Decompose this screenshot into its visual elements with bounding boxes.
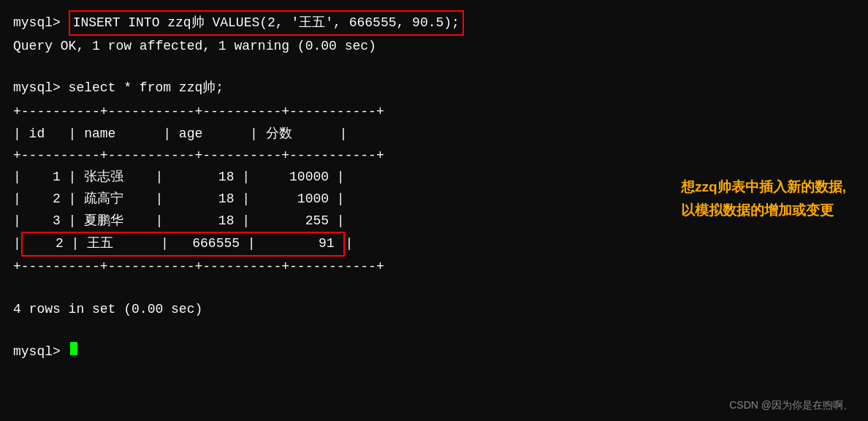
prompt-1: mysql> xyxy=(13,12,69,34)
cursor xyxy=(70,342,77,355)
table-border-mid: +----------+-----------+----------+-----… xyxy=(13,145,855,167)
row-count-text: 4 rows in set (0.00 sec) xyxy=(13,299,202,320)
table-border-top: +----------+-----------+----------+-----… xyxy=(13,102,855,124)
select-command-line: mysql> select * from zzq帅; xyxy=(13,77,855,99)
annotation-line1: 想zzq帅表中插入新的数据, xyxy=(681,175,846,199)
table-header-row: | id | name | age | 分数 | xyxy=(13,124,855,145)
last-prompt: mysql> xyxy=(13,341,69,363)
annotation-line2: 以模拟数据的增加或变更 xyxy=(681,199,846,222)
last-prompt-line: mysql> xyxy=(13,341,855,363)
table-border-bottom: +----------+-----------+----------+-----… xyxy=(13,257,855,278)
insert-command-line: mysql> INSERT INTO zzq帅 VALUES(2, '王五', … xyxy=(13,10,855,36)
insert-command: INSERT INTO zzq帅 VALUES(2, '王五', 666555,… xyxy=(69,10,464,36)
query-ok-text: Query OK, 1 row affected, 1 warning (0.0… xyxy=(13,36,376,57)
csdn-credit: CSDN @因为你是在煦啊、 xyxy=(729,399,853,412)
query-ok-line: Query OK, 1 row affected, 1 warning (0.0… xyxy=(13,36,855,57)
blank-line-3 xyxy=(13,320,855,341)
highlighted-row-content: 2 | 王五 | 666555 | 91 xyxy=(21,232,346,257)
blank-line-2 xyxy=(13,278,855,300)
blank-line-1 xyxy=(13,57,855,78)
select-command-text: mysql> select * from zzq帅; xyxy=(13,77,224,99)
credit-text: CSDN @因为你是在煦啊、 xyxy=(729,399,853,411)
row-count-line: 4 rows in set (0.00 sec) xyxy=(13,299,855,320)
annotation-box: 想zzq帅表中插入新的数据, 以模拟数据的增加或变更 xyxy=(681,175,846,223)
terminal-window: mysql> INSERT INTO zzq帅 VALUES(2, '王五', … xyxy=(0,0,868,421)
table-row-4-highlighted: | 2 | 王五 | 666555 | 91 | xyxy=(13,232,855,257)
